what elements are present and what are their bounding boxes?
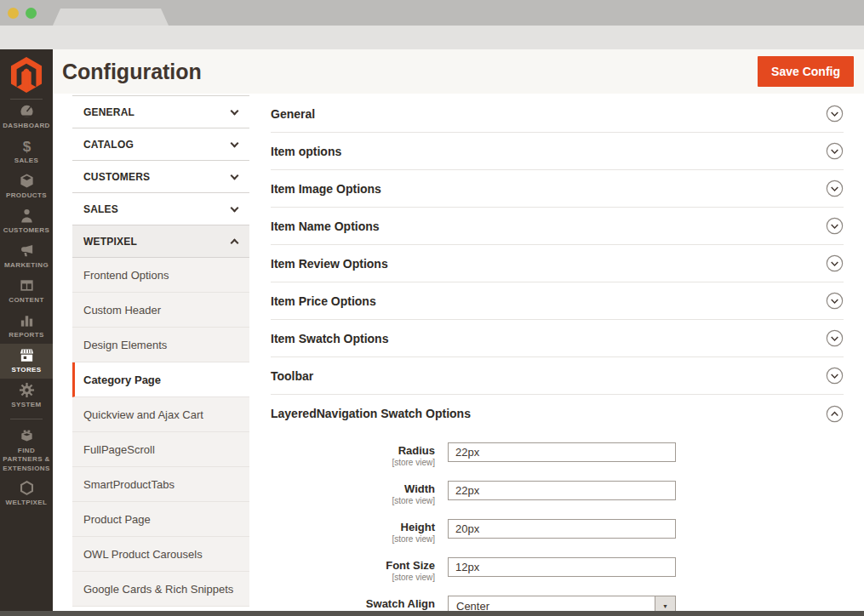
sidebar-item-label: CONTENT bbox=[9, 296, 43, 305]
sidebar-item-find-partners[interactable]: FIND PARTNERS & EXTENSIONS bbox=[0, 425, 53, 476]
box-icon bbox=[19, 173, 35, 189]
config-nav-item-design-elements[interactable]: Design Elements bbox=[72, 328, 249, 362]
field-height: Height [store view] bbox=[271, 519, 844, 544]
section-item-swatch-options[interactable]: Item Swatch Options bbox=[271, 320, 844, 357]
config-nav-group-customers[interactable]: CUSTOMERS bbox=[72, 161, 249, 193]
megaphone-icon bbox=[19, 242, 35, 259]
config-nav-item-owl-carousels[interactable]: OWL Product Carousels bbox=[72, 537, 249, 572]
group-label: WETPIXEL bbox=[83, 236, 137, 248]
nav-item-label: OWL Product Carousels bbox=[83, 548, 203, 561]
chevron-down-icon bbox=[231, 171, 239, 180]
radius-input[interactable] bbox=[448, 442, 676, 462]
nav-item-label: Custom Header bbox=[83, 304, 161, 317]
section-title: General bbox=[271, 107, 315, 121]
field-label: Font Size [store view] bbox=[271, 557, 448, 582]
font-size-input[interactable] bbox=[448, 557, 676, 577]
group-label: CUSTOMERS bbox=[83, 171, 150, 183]
storefront-icon bbox=[19, 347, 35, 363]
sidebar-item-stores[interactable]: STORES bbox=[0, 344, 53, 379]
chevron-up-icon bbox=[231, 238, 239, 247]
window-titlebar bbox=[0, 0, 864, 26]
section-item-review-options[interactable]: Item Review Options bbox=[271, 245, 844, 282]
collapse-chevron-down-icon bbox=[826, 142, 844, 160]
sidebar-item-sales[interactable]: $ SALES bbox=[0, 134, 53, 169]
layerednavigation-fields: Radius [store view] Width [store view] bbox=[271, 442, 844, 616]
sidebar-item-weltpixel[interactable]: WELTPIXEL bbox=[0, 476, 53, 511]
collapse-chevron-down-icon bbox=[826, 292, 844, 310]
sidebar-item-marketing[interactable]: MARKETING bbox=[0, 239, 53, 274]
section-title: Item Review Options bbox=[271, 257, 388, 271]
section-layerednavigation-swatch-options[interactable]: LayeredNavigation Swatch Options bbox=[271, 395, 844, 432]
browser-tab[interactable] bbox=[53, 9, 169, 26]
sidebar-item-label: FIND PARTNERS & EXTENSIONS bbox=[1, 447, 52, 473]
section-title: Item Price Options bbox=[271, 294, 376, 308]
window-zoom-button[interactable] bbox=[26, 8, 37, 19]
config-nav-item-category-page[interactable]: Category Page bbox=[72, 362, 249, 397]
dollar-icon: $ bbox=[19, 138, 35, 154]
section-general[interactable]: General bbox=[271, 95, 844, 133]
sidebar-item-label: SALES bbox=[14, 157, 39, 165]
group-label: SALES bbox=[83, 203, 118, 215]
window-bottom-edge bbox=[0, 611, 864, 616]
config-nav-item-frontend-options[interactable]: Frontend Options bbox=[72, 258, 249, 293]
config-nav-group-wetpixel[interactable]: WETPIXEL bbox=[72, 225, 249, 258]
config-sections: General Item options Item Image Options … bbox=[271, 95, 844, 616]
section-item-name-options[interactable]: Item Name Options bbox=[271, 208, 844, 245]
svg-text:$: $ bbox=[22, 139, 31, 154]
magento-logo-icon bbox=[10, 56, 43, 94]
nav-item-label: Category Page bbox=[83, 374, 161, 386]
config-nav: GENERAL CATALOG CUSTOMERS SALES WETPIXEL bbox=[72, 95, 249, 616]
height-input[interactable] bbox=[448, 519, 676, 539]
hexagon-icon bbox=[19, 480, 35, 496]
width-input[interactable] bbox=[448, 481, 676, 500]
collapse-chevron-down-icon bbox=[826, 254, 844, 272]
config-nav-item-custom-header[interactable]: Custom Header bbox=[72, 293, 249, 328]
sidebar-item-customers[interactable]: CUSTOMERS bbox=[0, 204, 53, 239]
field-radius: Radius [store view] bbox=[271, 442, 844, 467]
sidebar-item-content[interactable]: CONTENT bbox=[0, 274, 53, 309]
sidebar-item-label: CUSTOMERS bbox=[3, 226, 50, 235]
config-nav-group-general[interactable]: GENERAL bbox=[72, 96, 249, 128]
section-item-price-options[interactable]: Item Price Options bbox=[271, 282, 844, 320]
field-name: Font Size bbox=[271, 560, 435, 573]
sidebar-item-reports[interactable]: REPORTS bbox=[0, 309, 53, 344]
nav-item-label: Product Page bbox=[83, 513, 151, 526]
collapse-chevron-down-icon bbox=[826, 367, 844, 385]
field-scope: [store view] bbox=[271, 534, 435, 544]
nav-item-label: Quickview and Ajax Cart bbox=[83, 408, 203, 421]
nav-item-label: SmartProductTabs bbox=[83, 478, 175, 491]
field-name: Swatch Align bbox=[271, 598, 435, 611]
field-label: Radius [store view] bbox=[271, 442, 448, 467]
section-item-image-options[interactable]: Item Image Options bbox=[271, 170, 844, 208]
sidebar-item-label: DASHBOARD bbox=[3, 122, 50, 130]
save-config-button[interactable]: Save Config bbox=[758, 56, 854, 87]
config-nav-item-google-cards[interactable]: Google Cards & Rich Snippets bbox=[72, 572, 249, 607]
sidebar-item-label: WELTPIXEL bbox=[6, 499, 48, 507]
layout-icon bbox=[19, 277, 35, 294]
section-title: Item Image Options bbox=[271, 182, 381, 196]
nav-item-label: FullPageScroll bbox=[83, 443, 155, 456]
section-item-options[interactable]: Item options bbox=[271, 133, 844, 170]
window-minimize-button[interactable] bbox=[8, 8, 19, 19]
nav-item-label: Design Elements bbox=[83, 339, 167, 351]
content-area: GENERAL CATALOG CUSTOMERS SALES WETPIXEL bbox=[53, 94, 864, 616]
field-name: Height bbox=[271, 522, 435, 534]
chevron-down-icon bbox=[231, 203, 239, 212]
field-name: Width bbox=[271, 483, 435, 496]
sidebar-item-system[interactable]: SYSTEM bbox=[0, 379, 53, 414]
sidebar-item-label: STORES bbox=[11, 366, 41, 374]
config-nav-item-quickview[interactable]: Quickview and Ajax Cart bbox=[72, 397, 249, 432]
sidebar-item-products[interactable]: PRODUCTS bbox=[0, 169, 53, 204]
section-title: Toolbar bbox=[271, 369, 313, 383]
config-nav-item-smartproducttabs[interactable]: SmartProductTabs bbox=[72, 467, 249, 502]
field-scope: [store view] bbox=[271, 458, 435, 467]
config-nav-item-fullpagescroll[interactable]: FullPageScroll bbox=[72, 432, 249, 467]
config-nav-group-catalog[interactable]: CATALOG bbox=[72, 128, 249, 161]
config-nav-group-sales[interactable]: SALES bbox=[72, 193, 249, 225]
config-nav-item-product-page[interactable]: Product Page bbox=[72, 502, 249, 537]
magento-logo[interactable] bbox=[0, 49, 53, 100]
sidebar-item-dashboard[interactable]: DASHBOARD bbox=[0, 100, 53, 134]
section-toolbar[interactable]: Toolbar bbox=[271, 357, 844, 395]
field-scope: [store view] bbox=[271, 573, 435, 582]
gear-icon bbox=[19, 382, 35, 398]
